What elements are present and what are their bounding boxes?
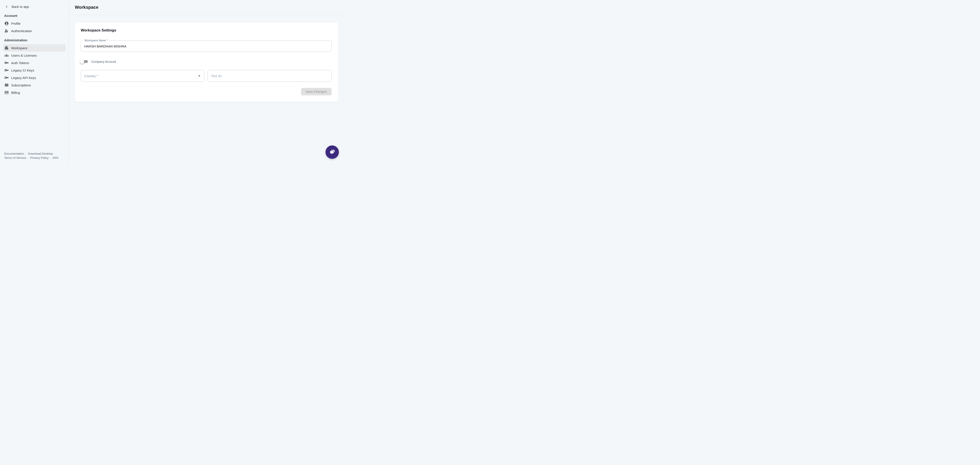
section-header-account: Account: [4, 14, 66, 18]
sidebar-item-label: Authentication: [11, 29, 32, 33]
sidebar: Back to app Account Profile Authenticati…: [0, 0, 69, 163]
company-account-row: Company Account: [81, 59, 332, 64]
sidebar-footer: Documentation·Download Desktop Terms of …: [3, 151, 66, 163]
chat-widget-button[interactable]: [326, 145, 339, 159]
sidebar-item-label: Auth Tokens: [11, 61, 29, 65]
chevron-left-icon: [5, 5, 8, 8]
country-select-label: Country *: [81, 74, 98, 78]
page-title: Workspace: [75, 5, 99, 10]
tax-id-field: [208, 70, 332, 82]
footer-row-2: Terms of Service·Privacy Policy·DPA: [4, 156, 66, 160]
sidebar-item-label: Profile: [11, 22, 21, 25]
key-icon: [5, 61, 9, 65]
toggle-thumb: [80, 59, 84, 64]
account-nav: Profile Authentication: [3, 20, 66, 35]
chevron-down-icon: [197, 73, 202, 80]
main-content: Workspace Workspace Settings Workspace N…: [69, 0, 343, 163]
key-icon: [5, 75, 9, 80]
card-title: Workspace Settings: [81, 28, 332, 33]
dpa-link[interactable]: DPA: [53, 156, 59, 159]
footer-separator: ·: [28, 156, 29, 159]
key-icon: [5, 68, 9, 72]
company-account-toggle[interactable]: [81, 59, 88, 64]
profile-icon: [5, 21, 9, 25]
tax-id-input[interactable]: [208, 70, 331, 81]
save-changes-button[interactable]: Save Changes: [301, 88, 332, 96]
back-to-app-label: Back to app: [11, 5, 29, 8]
download-desktop-link[interactable]: Download Desktop: [28, 152, 53, 155]
sidebar-item-label: Legacy CI Keys: [11, 68, 34, 72]
privacy-link[interactable]: Privacy Policy: [30, 156, 49, 159]
sidebar-item-label: Users & Licenses: [11, 54, 37, 57]
documentation-link[interactable]: Documentation: [4, 152, 24, 155]
sidebar-item-workspace[interactable]: Workspace: [3, 44, 66, 52]
sidebar-item-label: Billing: [11, 91, 20, 94]
back-to-app-button[interactable]: Back to app: [3, 4, 66, 9]
administration-nav: Workspace Users & Licenses Auth Tokens L…: [3, 44, 66, 96]
sidebar-item-label: Legacy API Keys: [11, 76, 36, 80]
sidebar-item-profile[interactable]: Profile: [3, 20, 66, 27]
section-header-administration: Administration: [4, 38, 66, 43]
sidebar-item-auth-tokens[interactable]: Auth Tokens: [3, 59, 66, 67]
workspace-name-input[interactable]: [81, 41, 331, 52]
sidebar-item-users-licenses[interactable]: Users & Licenses: [3, 52, 66, 59]
terms-link[interactable]: Terms of Service: [4, 156, 26, 159]
chat-bubbles-icon: [329, 149, 336, 156]
country-select[interactable]: Country *: [81, 70, 204, 82]
workspace-name-label: Workspace Name *: [83, 39, 109, 42]
workspace-name-field: Workspace Name *: [81, 40, 332, 52]
sidebar-item-authentication[interactable]: Authentication: [3, 27, 66, 35]
footer-separator: ·: [25, 152, 27, 155]
sidebar-item-label: Workspace: [11, 46, 27, 50]
sidebar-item-label: Subscriptions: [11, 83, 31, 87]
sidebar-item-legacy-api-keys[interactable]: Legacy API Keys: [3, 74, 66, 81]
page-header: Workspace: [69, 0, 343, 15]
footer-row-1: Documentation·Download Desktop: [4, 151, 66, 156]
columns-icon: [5, 83, 9, 87]
sidebar-item-billing[interactable]: Billing: [3, 89, 66, 96]
sidebar-item-subscriptions[interactable]: Subscriptions: [3, 81, 66, 89]
workspace-settings-card: Workspace Settings Workspace Name * Comp…: [75, 22, 338, 102]
settings-screen: Back to app Account Profile Authenticati…: [0, 0, 343, 163]
building-icon: [5, 46, 9, 50]
company-account-label: Company Account: [91, 60, 116, 64]
users-group-icon: [5, 53, 9, 57]
footer-separator: ·: [50, 156, 51, 159]
card-actions: Save Changes: [81, 88, 332, 96]
authentication-icon: [5, 29, 9, 33]
country-tax-row: Country *: [81, 70, 332, 82]
sidebar-item-legacy-ci-keys[interactable]: Legacy CI Keys: [3, 67, 66, 74]
credit-card-icon: [5, 90, 9, 95]
